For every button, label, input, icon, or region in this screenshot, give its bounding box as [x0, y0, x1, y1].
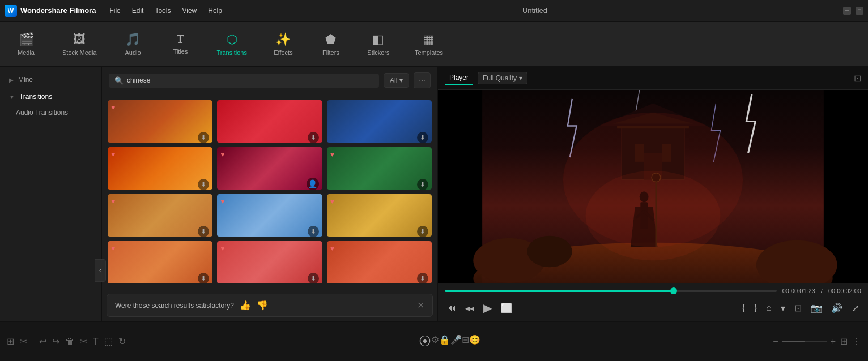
frame-back-button[interactable]: ◂◂ [463, 300, 476, 316]
grid-item-2[interactable]: ⬇ Chinese New Year Transition... [217, 100, 322, 143]
toolbar-stock-media[interactable]: 🖼 Stock Media [57, 29, 103, 59]
heart-icon: ♥ [220, 197, 224, 205]
render-button[interactable]: ▾ [778, 300, 788, 316]
toolbar-audio[interactable]: 🎵 Audio [116, 29, 150, 59]
filter-button[interactable]: All ▾ [384, 73, 409, 88]
stop-button[interactable]: ⬜ [499, 300, 514, 316]
more-timeline-button[interactable]: ⋮ [852, 336, 861, 347]
sidebar-collapse-button[interactable]: ‹ [95, 259, 106, 282]
snapshot-button[interactable]: 📷 [809, 300, 824, 316]
text-tool-button[interactable]: T [93, 337, 99, 347]
grid-item-9[interactable]: ♥ ⬇ Chinese Mythology Particle ... [327, 194, 432, 237]
toolbar-titles-label: Titles [173, 48, 188, 55]
timeline: ⊞ ✂ ↩ ↪ 🗑 ✂ T ⬚ ↻ ⦿ ⚙ 🔒 🎤 ⊟ 😊 − + ⊞ ⋮ [0, 321, 868, 361]
undo-button[interactable]: ↩ [39, 336, 46, 347]
download-icon[interactable]: ⬇ [417, 132, 428, 143]
heart-icon: ♥ [330, 197, 334, 205]
zoom-out-button[interactable]: − [773, 337, 778, 347]
window-minimize-button[interactable]: ─ [843, 7, 851, 15]
toolbar-titles[interactable]: T Titles [164, 29, 198, 58]
thumbs-up-button[interactable]: 👍 [240, 300, 251, 311]
face-button[interactable]: 😊 [469, 334, 480, 349]
download-icon[interactable]: ⬇ [198, 226, 209, 237]
cut-tool-button[interactable]: ✂ [80, 336, 87, 347]
lock-button[interactable]: 🔒 [439, 334, 450, 349]
grid-item-10[interactable]: ♥ ⬇ [108, 241, 212, 283]
grid-item-11[interactable]: ♥ ⬇ [217, 241, 322, 283]
toolbar-stickers-label: Stickers [367, 49, 389, 56]
timeline-tool-2[interactable]: ✂ [20, 336, 27, 347]
skip-back-button[interactable]: ⏮ [445, 300, 458, 315]
volume-button[interactable]: 🔊 [829, 300, 845, 316]
timeline-separator-1 [33, 335, 33, 349]
mark-out-button[interactable]: } [752, 300, 759, 315]
toolbar-templates[interactable]: ▦ Templates [409, 29, 449, 59]
sidebar-item-audio-transitions[interactable]: Audio Transitions [0, 105, 101, 120]
grid-item-1[interactable]: ♥ ⬇ Chinese New Year Transition... [108, 100, 212, 143]
timeline-tool-1[interactable]: ⊞ [7, 336, 14, 347]
filter-label: All [390, 76, 397, 84]
download-icon[interactable]: ⬇ [308, 132, 319, 143]
toolbar-transitions[interactable]: ⬡ Transitions [211, 29, 253, 59]
window-maximize-button[interactable]: □ [856, 7, 863, 15]
download-icon[interactable]: ⬇ [417, 273, 428, 283]
menu-edit[interactable]: Edit [127, 5, 148, 17]
menu-view[interactable]: View [177, 5, 201, 17]
chevron-down-icon: ▼ [9, 94, 15, 100]
zoom-controls: − + [773, 337, 836, 347]
toolbar-stickers[interactable]: ◧ Stickers [361, 29, 395, 59]
download-icon[interactable]: ⬇ [417, 226, 428, 237]
grid-thumb-2: ⬇ [217, 100, 322, 143]
feedback-text: Were these search results satisfactory? [115, 302, 234, 310]
download-icon[interactable]: ⬇ [417, 179, 428, 190]
thumbs-down-button[interactable]: 👎 [257, 300, 268, 311]
layout-button[interactable]: ⊟ [462, 334, 469, 349]
heart-icon: ♥ [220, 244, 224, 252]
grid-item-3[interactable]: ⬇ Pixel Fighting Game Transi... [327, 100, 432, 143]
grid-view-button[interactable]: ⊞ [840, 336, 848, 347]
player-tab[interactable]: Player [445, 71, 473, 85]
settings-center-button[interactable]: ⚙ [431, 334, 439, 349]
download-icon[interactable]: ⬇ [198, 273, 209, 283]
mic-button[interactable]: 🎤 [450, 334, 462, 349]
search-input-wrap[interactable]: 🔍 [109, 74, 379, 88]
grid-item-8[interactable]: ♥ ⬇ Chinese Calligraphy Pack Tr... [217, 194, 322, 237]
crop-tool-button[interactable]: ⬚ [104, 336, 113, 347]
grid-item-6[interactable]: ♥ ⬇ Chinese Calligraphy Pack Tr... [327, 147, 432, 190]
heart-icon: ♥ [111, 244, 115, 252]
menu-tools[interactable]: Tools [150, 5, 175, 17]
toolbar-media[interactable]: 🎬 Media [9, 29, 43, 59]
toolbar-filters[interactable]: ⬟ Filters [314, 29, 348, 59]
sidebar-item-mine[interactable]: ▶ Mine [2, 71, 99, 88]
progress-bar[interactable] [445, 290, 777, 292]
grid-item-4[interactable]: ♥ ⬇ First Full Moon Transition 25 [108, 147, 212, 190]
external-display-icon[interactable]: ⊡ [854, 74, 861, 83]
expand-button[interactable]: ⤢ [849, 300, 861, 316]
download-icon[interactable]: ⬇ [198, 132, 209, 143]
menu-bar: W Wondershare Filmora File Edit Tools Vi… [0, 0, 868, 22]
sidebar-item-transitions[interactable]: ▼ Transitions [2, 88, 99, 105]
grid-item-12[interactable]: ♥ ⬇ [327, 241, 432, 283]
menu-help[interactable]: Help [203, 5, 227, 17]
play-button[interactable]: ▶ [481, 299, 494, 317]
feedback-close-button[interactable]: ✕ [417, 300, 424, 311]
download-icon[interactable]: ⬇ [308, 273, 319, 283]
cut-button[interactable]: ⌂ [764, 300, 774, 315]
grid-item-7[interactable]: ♥ ⬇ Chinese Mythology Particle ... [108, 194, 212, 237]
zoom-slider[interactable] [782, 341, 827, 342]
download-icon[interactable]: ⬇ [308, 226, 319, 237]
mark-in-button[interactable]: { [740, 300, 747, 315]
redo-button[interactable]: ↪ [52, 336, 59, 347]
quality-selector[interactable]: Full Quality ▾ [478, 72, 527, 84]
download-icon[interactable]: ⬇ [198, 179, 209, 190]
zoom-in-button[interactable]: + [831, 337, 836, 347]
toolbar-effects[interactable]: ✨ Effects [266, 29, 300, 59]
rotate-tool-button[interactable]: ↻ [118, 336, 126, 347]
search-input[interactable] [127, 76, 373, 84]
more-options-button[interactable]: ··· [414, 72, 431, 88]
menu-file[interactable]: File [105, 5, 125, 17]
grid-item-5[interactable]: ♥ 👤 Chinese New Year Transition... [217, 147, 322, 190]
play-center-button[interactable]: ⦿ [419, 334, 431, 349]
delete-button[interactable]: 🗑 [65, 337, 74, 347]
fullscreen-button[interactable]: ⊡ [792, 300, 804, 316]
